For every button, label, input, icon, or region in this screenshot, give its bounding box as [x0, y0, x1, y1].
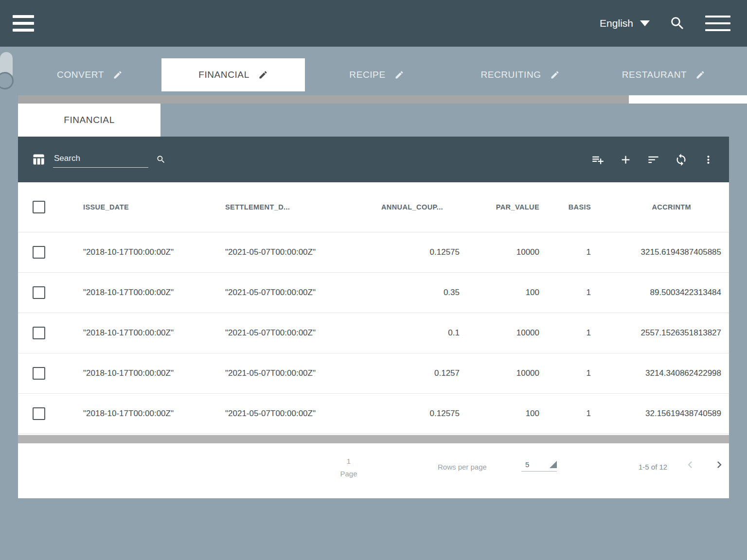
more-vert-icon[interactable]	[702, 154, 714, 166]
next-page-icon[interactable]	[712, 458, 726, 473]
cell-settle: "2021-05-07T00:00:00Z"	[207, 232, 353, 272]
column-header-basis[interactable]: BASIS	[558, 182, 609, 232]
row-checkbox-cell	[18, 232, 65, 272]
add-row-icon[interactable]	[591, 153, 605, 166]
table-row: "2018-10-17T00:00:00Z""2021-05-07T00:00:…	[18, 232, 729, 272]
edit-icon[interactable]	[394, 70, 404, 80]
page-label: Page	[333, 468, 364, 480]
row-checkbox-cell	[18, 353, 65, 393]
cell-par: 100	[478, 272, 558, 313]
tab-label: CONVERT	[57, 70, 104, 80]
select-all-cell	[18, 182, 65, 232]
language-selector[interactable]: English	[600, 18, 650, 29]
row-checkbox[interactable]	[33, 327, 45, 339]
cell-par: 10000	[478, 313, 558, 353]
page-number: 1	[333, 455, 364, 468]
previous-page-icon[interactable]	[683, 458, 697, 473]
cell-issue: "2018-10-17T00:00:00Z"	[65, 393, 207, 434]
refresh-icon[interactable]	[675, 153, 688, 166]
cell-par: 100	[478, 393, 558, 434]
language-label: English	[600, 18, 633, 29]
page-indicator: 1 Page	[333, 455, 364, 480]
search-submit-icon[interactable]	[156, 155, 166, 164]
tab-restaurant[interactable]: RESTAURANT	[592, 58, 735, 91]
tab-label: FINANCIAL	[198, 70, 249, 80]
cell-annual: 0.1257	[353, 353, 478, 393]
cell-basis: 1	[558, 353, 609, 393]
tab-financial[interactable]: FINANCIAL	[161, 58, 305, 91]
rows-per-page-label: Rows per page	[438, 463, 487, 471]
cell-basis: 1	[558, 313, 609, 353]
tab-label: RECRUITING	[480, 70, 541, 80]
select-all-checkbox[interactable]	[33, 201, 45, 213]
data-table: ISSUE_DATE SETTLEMENT_D... ANNUAL_COUP..…	[18, 182, 729, 434]
column-header-accrintm[interactable]: ACCRINTM	[609, 182, 729, 232]
edit-icon[interactable]	[695, 70, 705, 80]
cell-issue: "2018-10-17T00:00:00Z"	[65, 232, 207, 272]
cell-accr: 3215.6194387405885	[609, 232, 729, 272]
rows-per-page-value: 5	[521, 460, 529, 469]
row-checkbox[interactable]	[33, 407, 45, 420]
tab-convert[interactable]: CONVERT	[18, 58, 161, 91]
row-checkbox-cell	[18, 272, 65, 313]
cell-accr: 89.5003422313484	[609, 272, 729, 313]
dropdown-triangle-icon	[550, 461, 557, 468]
table-icon[interactable]	[32, 153, 45, 166]
column-header-annual-coupon[interactable]: ANNUAL_COUP...	[353, 182, 478, 232]
cell-issue: "2018-10-17T00:00:00Z"	[65, 272, 207, 313]
row-checkbox[interactable]	[33, 367, 45, 380]
cell-accr: 2557.1526351813827	[609, 313, 729, 353]
table-row: "2018-10-17T00:00:00Z""2021-05-07T00:00:…	[18, 313, 729, 353]
table-body: "2018-10-17T00:00:00Z""2021-05-07T00:00:…	[18, 232, 729, 434]
menu-icon[interactable]	[13, 15, 34, 32]
horizontal-scrollbar-track	[629, 95, 747, 104]
table-horizontal-scrollbar[interactable]	[18, 435, 729, 443]
cell-annual: 0.35	[353, 272, 478, 313]
subtab-label: FINANCIAL	[64, 115, 115, 125]
pagination-bar: 1 Page Rows per page 5 1-5 of 12	[18, 443, 729, 499]
table-header-row: ISSUE_DATE SETTLEMENT_D... ANNUAL_COUP..…	[18, 182, 729, 232]
column-header-settlement-date[interactable]: SETTLEMENT_D...	[207, 182, 353, 232]
table-row: "2018-10-17T00:00:00Z""2021-05-07T00:00:…	[18, 272, 729, 313]
add-icon[interactable]	[619, 153, 632, 166]
topbar: English	[0, 0, 747, 47]
app-window: English CONVERT FINANCIAL RECIPE	[0, 0, 747, 560]
row-checkbox[interactable]	[33, 246, 45, 259]
table-row: "2018-10-17T00:00:00Z""2021-05-07T00:00:…	[18, 393, 729, 434]
tab-recruiting[interactable]: RECRUITING	[448, 58, 592, 91]
cell-issue: "2018-10-17T00:00:00Z"	[65, 353, 207, 393]
horizontal-scrollbar[interactable]	[18, 95, 629, 104]
rows-per-page-select[interactable]: 5	[521, 458, 557, 472]
edit-icon[interactable]	[550, 70, 560, 80]
grid-toolbar	[18, 137, 729, 182]
sort-icon[interactable]	[647, 153, 660, 166]
cell-settle: "2021-05-07T00:00:00Z"	[207, 353, 353, 393]
subtab-financial[interactable]: FINANCIAL	[18, 104, 160, 137]
cell-par: 10000	[478, 232, 558, 272]
chevron-down-icon	[640, 20, 650, 26]
cell-settle: "2021-05-07T00:00:00Z"	[207, 393, 353, 434]
tab-label: RESTAURANT	[622, 70, 687, 80]
cell-accr: 3214.340862422998	[609, 353, 729, 393]
column-header-par-value[interactable]: PAR_VALUE	[478, 182, 558, 232]
range-label: 1-5 of 12	[639, 463, 667, 471]
tab-recipe[interactable]: RECIPE	[305, 58, 448, 91]
sheet-tabs: CONVERT FINANCIAL RECIPE RECRUITING REST…	[18, 58, 735, 91]
edit-icon[interactable]	[258, 70, 268, 80]
row-checkbox[interactable]	[33, 286, 45, 299]
edit-icon[interactable]	[113, 70, 123, 80]
data-grid-panel: ISSUE_DATE SETTLEMENT_D... ANNUAL_COUP..…	[18, 137, 729, 498]
column-header-issue-date[interactable]: ISSUE_DATE	[65, 182, 207, 232]
row-checkbox-cell	[18, 313, 65, 353]
nav-menu-icon[interactable]	[705, 16, 730, 31]
cell-accr: 32.15619438740589	[609, 393, 729, 434]
search-icon[interactable]	[669, 15, 686, 32]
cell-annual: 0.1	[353, 313, 478, 353]
row-checkbox-cell	[18, 393, 65, 434]
cell-issue: "2018-10-17T00:00:00Z"	[65, 313, 207, 353]
cell-par: 10000	[478, 353, 558, 393]
table-row: "2018-10-17T00:00:00Z""2021-05-07T00:00:…	[18, 353, 729, 393]
search-input[interactable]	[53, 152, 148, 168]
cell-annual: 0.12575	[353, 393, 478, 434]
tab-label: RECIPE	[349, 70, 385, 80]
